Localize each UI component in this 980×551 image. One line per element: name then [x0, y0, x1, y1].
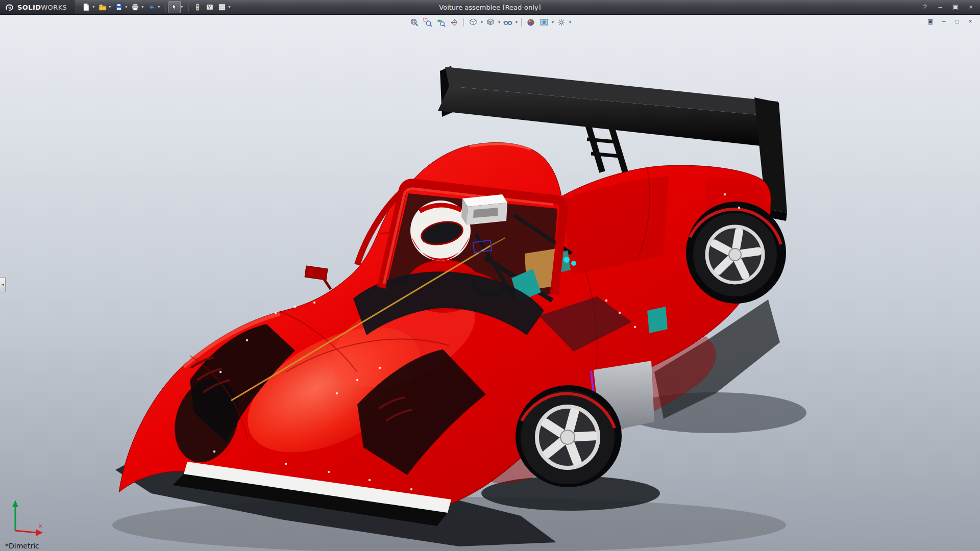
help-button[interactable]: ? [920, 2, 930, 12]
options-grid-icon [218, 3, 226, 11]
zoom-to-fit-button[interactable] [408, 17, 421, 28]
side-intake-teal [647, 307, 668, 333]
magnifier-area-icon [423, 18, 432, 27]
rear-right-wheel[interactable] [686, 202, 786, 304]
dassault-systemes-logo-icon [4, 3, 14, 12]
minimize-document-window-button[interactable]: – [939, 17, 948, 26]
save-button[interactable] [113, 1, 125, 13]
edit-color-icon [206, 3, 214, 11]
apply-scene-button[interactable] [538, 17, 550, 28]
undo-arrow-icon [148, 3, 156, 11]
titlebar: SOLIDWORKS ▾ ▾ ▾ ▾ ▾ ▾ [0, 0, 980, 15]
magnifier-back-icon [436, 18, 446, 27]
rebuild-traffic-light-icon [193, 3, 202, 11]
printer-icon [131, 3, 139, 11]
view-settings-dropdown-icon[interactable]: ▾ [569, 20, 571, 24]
model-voiture-assemblee[interactable] [0, 15, 980, 551]
solidworks-logo: SOLIDWORKS [0, 0, 75, 14]
main-toolbar: ▾ ▾ ▾ ▾ ▾ ▾ [75, 1, 232, 13]
graphics-area[interactable]: ▾ ▾ ▾ ▾ ▾ ▣ – □ × ◄ [0, 15, 980, 551]
reference-triad: x [7, 497, 50, 540]
select-button[interactable] [168, 1, 181, 13]
triad-x-label: x [39, 522, 42, 529]
maximize-document-window-button[interactable]: □ [952, 17, 962, 26]
maximize-button[interactable]: ▣ [950, 2, 961, 12]
view-orientation-button[interactable] [467, 17, 479, 28]
display-style-button[interactable] [484, 17, 497, 28]
hud-separator [521, 18, 522, 27]
hide-show-dropdown-icon[interactable]: ▾ [516, 20, 518, 24]
hud-separator [463, 18, 464, 27]
triad-y-arrow [12, 500, 18, 507]
brand-text: SOLIDWORKS [17, 4, 67, 11]
minimize-button[interactable]: – [935, 2, 945, 12]
new-document-dropdown-icon[interactable]: ▾ [92, 5, 94, 9]
open-folder-icon [99, 3, 107, 11]
gear-icon [557, 18, 566, 27]
toolbar-separator [188, 3, 188, 12]
shaded-cube-icon [486, 18, 495, 27]
undo-dropdown-icon[interactable]: ▾ [158, 5, 160, 9]
triad-x-arrow [36, 529, 43, 536]
eyeglasses-icon [503, 18, 512, 27]
close-document-window-button[interactable]: × [966, 17, 975, 26]
panel-collapse-arrow-icon: ◄ [1, 283, 4, 287]
view-orientation-dropdown-icon[interactable]: ▾ [481, 20, 483, 24]
featuremanager-collapse-tab[interactable]: ◄ [0, 277, 6, 292]
solidworks-app: SOLIDWORKS ▾ ▾ ▾ ▾ ▾ ▾ [0, 0, 980, 551]
options-dropdown-icon[interactable]: ▾ [228, 5, 230, 9]
open-button[interactable] [96, 1, 109, 13]
edit-color-button[interactable] [204, 1, 216, 13]
section-view-button[interactable] [448, 17, 460, 28]
apply-scene-dropdown-icon[interactable]: ▾ [552, 20, 554, 24]
options-button[interactable] [216, 1, 228, 13]
section-cut-icon [450, 18, 459, 27]
open-dropdown-icon[interactable]: ▾ [109, 5, 111, 9]
restore-document-window-button[interactable]: ▣ [926, 17, 935, 26]
cube-outline-icon [469, 18, 478, 27]
new-document-icon [82, 3, 90, 11]
rebuild-button[interactable] [191, 1, 204, 13]
front-right-wheel[interactable] [516, 385, 622, 487]
scene-backdrop-icon [540, 18, 549, 27]
left-mirror[interactable] [305, 266, 331, 289]
view-settings-button[interactable] [555, 17, 568, 28]
select-cursor-icon [170, 3, 179, 11]
new-document-button[interactable] [80, 1, 92, 13]
triad-x-axis [15, 531, 37, 533]
edit-appearance-button[interactable] [525, 17, 537, 28]
toolbar-separator [165, 3, 165, 12]
brand-works: WORKS [41, 4, 67, 11]
close-button[interactable]: × [966, 2, 976, 12]
brand-solid: SOLID [17, 4, 41, 11]
save-dropdown-icon[interactable]: ▾ [125, 5, 127, 9]
view-orientation-label: *Dimetric [5, 542, 39, 550]
document-window-controls: ▣ – □ × [926, 17, 975, 26]
zoom-to-area-button[interactable] [422, 17, 434, 28]
print-button[interactable] [129, 1, 141, 13]
heads-up-view-toolbar: ▾ ▾ ▾ ▾ ▾ [408, 17, 572, 28]
print-dropdown-icon[interactable]: ▾ [141, 5, 143, 9]
display-style-dropdown-icon[interactable]: ▾ [498, 20, 500, 24]
magnifier-icon [410, 18, 419, 27]
window-controls: ? – ▣ × [920, 0, 976, 14]
hide-show-items-button[interactable] [502, 17, 514, 28]
mirror-pod[interactable] [461, 194, 507, 225]
undo-button[interactable] [145, 1, 158, 13]
save-floppy-icon [115, 3, 123, 11]
previous-view-button[interactable] [435, 17, 447, 28]
color-ball-icon [526, 18, 535, 27]
select-dropdown-icon[interactable]: ▾ [181, 5, 183, 9]
